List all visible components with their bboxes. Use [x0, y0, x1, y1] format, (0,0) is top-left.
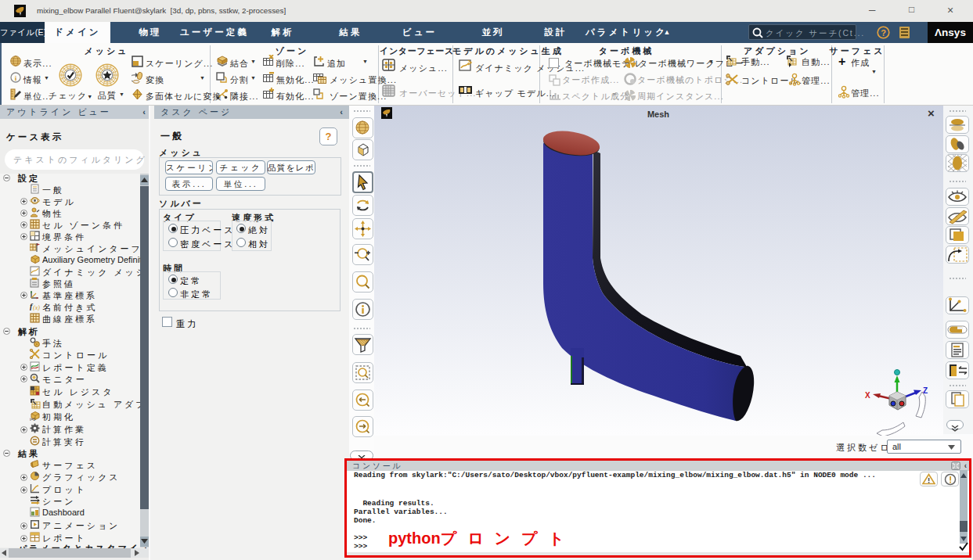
- svg-text:i: i: [15, 74, 17, 82]
- svg-text:?: ?: [881, 28, 886, 38]
- svg-text:t=0: t=0: [30, 417, 35, 421]
- svg-text:(x): (x): [33, 304, 40, 311]
- svg-text:X: X: [865, 391, 870, 400]
